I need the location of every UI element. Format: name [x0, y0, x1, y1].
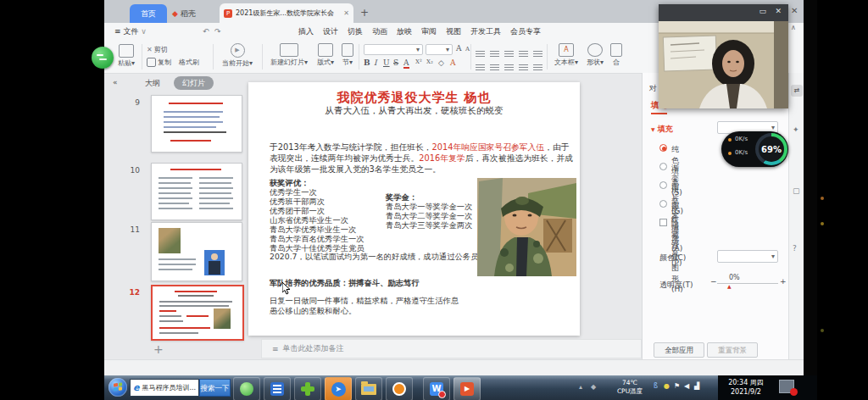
taskbar-app-security[interactable] [294, 377, 321, 400]
reset-background-button[interactable]: 重置背景 [707, 342, 758, 358]
taskbar-app-folder[interactable] [355, 377, 382, 400]
play-from-current-button[interactable]: ▶ 当前开始▾ [218, 43, 257, 68]
video-window-titlebar[interactable]: ▭ ✕ [659, 4, 788, 21]
columns-icon[interactable] [533, 58, 542, 75]
font-size-select[interactable]: ▾ [426, 44, 453, 55]
tab-outline[interactable]: 大纲 [145, 78, 160, 89]
copy-button[interactable]: 复制 [147, 58, 171, 67]
video-call-window[interactable]: ▭ ✕ [659, 4, 788, 108]
layout-button[interactable]: 版式▾ [314, 43, 337, 67]
video-maximize-icon[interactable]: ▭ [759, 7, 766, 15]
underline-button[interactable]: U [383, 58, 390, 67]
ppt-file-icon: P [224, 9, 232, 18]
sidebar-collapse-icon[interactable]: « [113, 78, 118, 86]
ribbon-tab[interactable]: 切换 [348, 27, 363, 36]
cpu-temp-widget[interactable]: 74℃ CPU温度 [613, 379, 647, 396]
align-right-icon[interactable] [504, 58, 514, 75]
text-effects-button[interactable]: ◇ [438, 58, 444, 67]
format-painter-button[interactable]: 格式刷 [179, 58, 199, 67]
taskbar-app-browser[interactable] [233, 377, 260, 400]
justify-icon[interactable] [519, 58, 528, 75]
ribbon-tab[interactable]: 插入 [298, 27, 314, 36]
superscript-button[interactable]: X² [415, 58, 422, 65]
tray-misc-icon[interactable]: ◆ [591, 383, 596, 391]
transparency-slider[interactable] [717, 283, 778, 284]
file-menu[interactable]: ≡ 文件 ∨ [114, 23, 147, 41]
slider-marker-icon[interactable]: ▲ [727, 283, 732, 289]
slide-thumbnail-11[interactable] [151, 222, 242, 281]
ribbon-tab[interactable]: 动画 [372, 27, 387, 36]
soldier-photo[interactable] [477, 178, 576, 276]
slide-thumbnail-10[interactable] [151, 163, 242, 220]
align-left-icon[interactable] [476, 58, 485, 75]
ribbon-tab[interactable]: 开发工具 [470, 27, 501, 36]
tab-docer[interactable]: ◆ 稻壳 [172, 4, 214, 23]
help-icon[interactable]: ? [793, 244, 797, 253]
collapse-ribbon-icon[interactable]: ∧ [791, 24, 796, 31]
tray-expand-icon[interactable]: ▴ [579, 383, 582, 391]
ribbon-tab[interactable]: 放映 [397, 27, 412, 36]
taskbar-search-button[interactable]: 搜索一下 [199, 379, 231, 397]
notification-window-icon[interactable] [779, 380, 794, 393]
slide-canvas[interactable]: 我院优秀退役大学生 杨也 从青大入伍，从青大再出发，硬核班长的蜕变 于2013年… [248, 82, 580, 336]
action-center-flag-icon[interactable]: ⚑ [674, 382, 680, 390]
align-center-icon[interactable] [490, 58, 499, 75]
bold-button[interactable]: B [364, 58, 370, 67]
apply-all-button[interactable]: 全部应用 [654, 342, 704, 358]
new-tab-button[interactable]: + [360, 7, 369, 19]
taskbar-app-wps[interactable]: W [423, 377, 450, 400]
smart-beautify-icon[interactable]: ✦ [793, 125, 799, 134]
increase-font-icon[interactable]: A [456, 44, 462, 53]
shapes-button[interactable]: 形状▾ [584, 43, 606, 67]
decrease-font-icon[interactable]: A [465, 46, 470, 53]
floating-green-badge[interactable] [92, 47, 114, 69]
thumb-number: 12 [123, 288, 140, 297]
right-black-bar [804, 0, 817, 375]
bluetooth-icon[interactable]: ß [654, 382, 658, 390]
status-dot-icon[interactable]: ● [664, 382, 670, 390]
taskbar-app-messenger[interactable]: ➤ [325, 377, 352, 400]
ribbon-tab[interactable]: 审阅 [421, 27, 437, 36]
taskbar-app-recorder[interactable] [386, 377, 413, 400]
subscript-button[interactable]: X₂ [426, 58, 433, 65]
performance-gauge-overlay[interactable]: 0K/s 0K/s 69% [721, 131, 788, 167]
section-button[interactable]: 节▾ [340, 43, 355, 67]
slide-thumbnail-9[interactable] [151, 95, 242, 153]
cut-button[interactable]: ✕剪切 [147, 45, 168, 54]
taskbar-search-input[interactable]: e 黑马程序员培训... [130, 379, 199, 397]
font-family-select[interactable]: ▾ [364, 44, 423, 55]
paste-button[interactable]: 粘贴▾ [114, 44, 138, 68]
ribbon-tab[interactable]: 设计 [323, 27, 338, 36]
tab-home[interactable]: 首页 [130, 4, 167, 23]
volume-icon[interactable]: ◀ [684, 382, 689, 390]
tab-document[interactable]: P 2021级新生家...数统学院家长会 ✕ [220, 3, 353, 23]
redo-icon[interactable]: ↷ [214, 23, 221, 41]
slide-thumbnail-12[interactable] [151, 285, 244, 341]
slider-minus[interactable]: − [710, 277, 717, 286]
tab-close-icon[interactable]: ✕ [343, 3, 349, 23]
ribbon-tab[interactable]: 视图 [446, 27, 461, 36]
undo-icon[interactable]: ↶ [203, 23, 209, 41]
taskbar-app-media[interactable] [264, 377, 291, 400]
text-box-button[interactable]: A 文本框▾ [552, 43, 581, 67]
add-slide-button[interactable]: + [153, 342, 164, 356]
fill-section-header[interactable]: ▼ 填充 [651, 124, 673, 135]
color-select[interactable]: ▾ [717, 250, 778, 263]
object-properties-icon[interactable]: ▢ [793, 186, 800, 195]
taskbar-app-wpp[interactable]: ▶ [453, 377, 481, 400]
ribbon-tab[interactable]: 会员专享 [510, 27, 541, 36]
taskbar-clock[interactable]: 20:34 周四 2021/9/2 [721, 378, 771, 397]
highlight-button[interactable]: A [450, 58, 456, 67]
notes-bar[interactable]: ≡ 单击此处添加备注 [261, 339, 642, 358]
window-close-button[interactable]: ✕ [791, 6, 798, 15]
tab-slides[interactable]: 幻灯片 [174, 76, 214, 90]
font-color-button[interactable]: A [403, 58, 409, 69]
slider-plus[interactable]: + [780, 277, 787, 286]
new-slide-button[interactable]: 新建幻灯片▾ [267, 43, 311, 67]
strikethrough-button[interactable]: S [393, 58, 398, 67]
network-icon[interactable]: ▟ [694, 382, 699, 390]
merge-button[interactable]: 合 [609, 43, 623, 67]
panel-expand-button[interactable]: ⇄ [791, 85, 803, 97]
italic-button[interactable]: I [374, 58, 377, 67]
video-close-icon[interactable]: ✕ [775, 7, 782, 15]
